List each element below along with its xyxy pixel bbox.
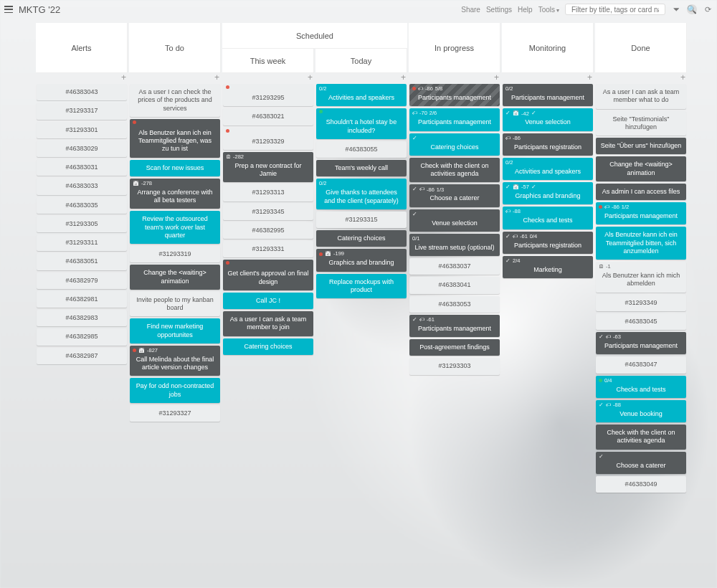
kanban-card[interactable]: -610/4Participants registration (503, 232, 593, 254)
kanban-card[interactable]: #46382983 (37, 310, 127, 326)
kanban-card[interactable]: #46382987 (37, 348, 127, 364)
add-card-button[interactable]: + (129, 73, 221, 83)
kanban-card[interactable]: Scan for new issues (130, 160, 220, 176)
kanban-card[interactable]: 2/4Marketing (503, 256, 593, 278)
kanban-card[interactable]: #31293349 (596, 295, 686, 311)
kanban-card[interactable]: Review the outsourced team's work over l… (130, 211, 220, 244)
kanban-card[interactable]: -88Venue booking (596, 400, 686, 422)
kanban-card[interactable]: 0/2Give thanks to attendees and the clie… (316, 179, 407, 209)
kanban-card[interactable]: #31293345 (223, 204, 313, 220)
kanban-card[interactable]: #46382985 (37, 328, 127, 345)
kanban-card[interactable]: #31293295 (223, 84, 313, 106)
kanban-card[interactable]: -865/8Participants management (409, 84, 500, 106)
kanban-card[interactable]: #46382979 (37, 272, 127, 289)
kanban-card[interactable]: Choose a caterer (596, 452, 686, 474)
kanban-card[interactable]: #31293329 (223, 128, 313, 150)
kanban-card[interactable]: -861/2Participants management (596, 202, 686, 224)
kanban-card[interactable]: Seite "Testimonials" hinzufügen (596, 111, 686, 136)
add-card-button[interactable]: + (315, 73, 407, 83)
kanban-card[interactable]: #46383051 (37, 253, 127, 270)
kanban-card[interactable]: Catering choices (316, 230, 407, 247)
kanban-card[interactable]: -702/6Participants management (409, 108, 500, 131)
kanban-card[interactable]: -199Graphics and branding (316, 249, 407, 271)
kanban-card[interactable]: Find new marketing opportunites (130, 318, 220, 343)
kanban-card[interactable]: Shouldn't a hotel stay be included? (316, 108, 407, 139)
kanban-card[interactable]: 0/2Participants management (503, 84, 593, 106)
kanban-card[interactable]: Invite people to my kanban board (130, 292, 220, 317)
kanban-card[interactable]: -827Call Melinda about the final article… (130, 346, 220, 376)
kanban-card[interactable]: Change the <waiting> animation (130, 265, 220, 290)
kanban-card[interactable]: As admin I can access files (596, 184, 686, 200)
kanban-card[interactable]: #46383037 (409, 258, 500, 275)
kanban-card[interactable]: #46383021 (223, 108, 313, 125)
kanban-card[interactable]: 0/4Checks and tests (596, 376, 686, 398)
kanban-card[interactable]: Catering choices (223, 338, 313, 355)
kanban-card[interactable]: -282Prep a new contract for Jamie (223, 152, 313, 183)
kanban-card[interactable]: #46383035 (37, 197, 127, 214)
kanban-card[interactable]: #31293301 (37, 122, 127, 138)
add-card-button[interactable]: + (36, 73, 128, 83)
menu-icon[interactable] (4, 6, 13, 13)
kanban-card[interactable]: -861/3Choose a caterer (409, 184, 500, 207)
kanban-card[interactable]: As a user I can ask a team member what t… (596, 84, 686, 109)
add-card-button[interactable]: + (595, 73, 687, 83)
settings-link[interactable]: Settings (486, 6, 512, 14)
refresh-icon[interactable]: ⟳ (703, 4, 713, 14)
kanban-card[interactable]: #46383031 (37, 159, 127, 176)
kanban-card[interactable]: Check with the client on activities agen… (409, 158, 500, 183)
kanban-card[interactable]: -1Als Benutzer kann ich mich abmelden (596, 262, 686, 293)
kanban-card[interactable]: Seite "Über uns" hinzufügen (596, 138, 686, 154)
kanban-card[interactable]: Pay for odd non-contracted jobs (130, 378, 220, 403)
filter-icon[interactable]: ⏷ (671, 4, 681, 14)
kanban-card[interactable]: Get client's approval on final design (223, 260, 313, 290)
kanban-card[interactable]: #46383033 (37, 178, 127, 194)
kanban-card[interactable]: #46383047 (596, 356, 686, 373)
kanban-card[interactable]: Post-agreement findings (409, 339, 500, 356)
kanban-card[interactable]: #46383041 (409, 277, 500, 293)
kanban-card[interactable]: Call JC ! (223, 293, 313, 309)
kanban-card[interactable]: Als Benutzer kann ich ein Teammitglied b… (596, 227, 686, 260)
search-box[interactable] (565, 4, 665, 15)
kanban-card[interactable]: -86Participants registration (503, 133, 593, 156)
search-input[interactable] (570, 5, 660, 14)
kanban-card[interactable]: #31293303 (409, 358, 500, 374)
kanban-card[interactable]: -278Arrange a conference with all beta t… (130, 179, 220, 209)
kanban-card[interactable]: Replace mockups with product (316, 274, 407, 299)
kanban-card[interactable]: #46382995 (223, 222, 313, 239)
kanban-card[interactable]: As a user I can check the prices of the … (130, 84, 220, 117)
kanban-card[interactable]: -57Graphics and branding (503, 182, 593, 204)
kanban-card[interactable]: 0/2Activities and speakers (316, 84, 407, 106)
kanban-card[interactable]: #31293327 (130, 405, 220, 422)
help-link[interactable]: Help (518, 6, 533, 14)
kanban-card[interactable]: #46383043 (37, 84, 127, 100)
add-card-button[interactable]: + (409, 73, 500, 83)
tools-menu[interactable]: Tools (538, 6, 559, 14)
kanban-card[interactable]: #31293331 (223, 241, 313, 257)
kanban-card[interactable]: As a user I can ask a team member to joi… (223, 311, 313, 336)
search-icon[interactable]: 🔍 (687, 4, 697, 14)
kanban-card[interactable]: Check with the client on activities agen… (596, 425, 686, 450)
kanban-card[interactable]: -63Participants management (596, 332, 686, 354)
kanban-card[interactable]: Catering choices (409, 133, 500, 156)
kanban-card[interactable]: Team's weekly call (316, 160, 407, 176)
kanban-card[interactable]: #31293311 (37, 234, 127, 251)
kanban-card[interactable]: -61Participants management (409, 315, 500, 337)
kanban-card[interactable]: #46382981 (37, 291, 127, 308)
add-card-button[interactable]: + (222, 73, 314, 83)
kanban-card[interactable]: #31293313 (223, 184, 313, 201)
share-link[interactable]: Share (461, 6, 480, 14)
add-card-button[interactable]: + (502, 73, 594, 83)
kanban-card[interactable]: #31293317 (37, 103, 127, 119)
kanban-card[interactable]: -88Checks and tests (503, 207, 593, 229)
kanban-card[interactable]: #46383053 (409, 296, 500, 313)
kanban-card[interactable]: #46383055 (316, 141, 407, 158)
kanban-card[interactable]: #31293305 (37, 216, 127, 232)
kanban-card[interactable]: #46383049 (596, 476, 686, 493)
kanban-card[interactable]: Change the <waiting> animation (596, 156, 686, 181)
kanban-card[interactable]: #31293315 (316, 212, 407, 228)
kanban-card[interactable]: 0/2Activities and speakers (503, 158, 593, 180)
kanban-card[interactable]: #46383045 (596, 313, 686, 330)
kanban-card[interactable]: #46383029 (37, 141, 127, 157)
kanban-card[interactable]: -42Venue selection (503, 108, 593, 131)
kanban-card[interactable]: #31293319 (130, 246, 220, 262)
